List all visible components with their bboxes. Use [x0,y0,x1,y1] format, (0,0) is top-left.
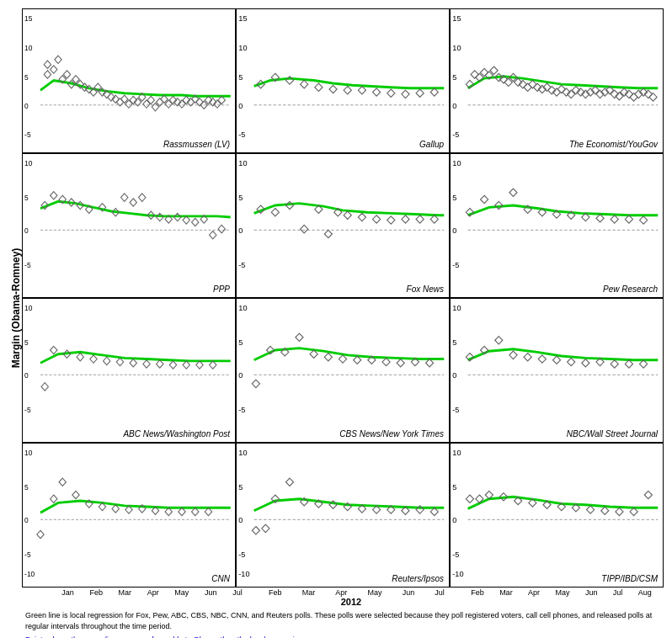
svg-text:0: 0 [452,226,456,235]
svg-marker-150 [373,215,381,223]
svg-marker-178 [41,383,48,391]
svg-text:5: 5 [238,73,243,82]
svg-text:5: 5 [452,73,456,82]
grid-row-4: 10 5 0 -5 -10 [22,443,664,587]
svg-text:-5: -5 [238,261,245,269]
svg-text:10: 10 [24,159,32,168]
x-tick: Feb [471,588,484,597]
footnote-above-text: Points above the green line are more fav… [25,635,664,639]
svg-marker-125 [130,199,136,206]
x-tick: May [368,588,382,597]
svg-marker-257 [285,478,293,486]
svg-marker-56 [301,80,308,88]
cell-label-fox: Fox News [407,284,444,294]
svg-text:0: 0 [24,102,29,111]
svg-text:15: 15 [452,14,461,23]
svg-text:10: 10 [452,159,461,167]
footnote-above-rest: the green line are more favorable to Oba… [72,635,306,639]
svg-marker-85 [529,80,536,88]
svg-marker-60 [358,86,365,93]
chart-area: Margin (Obama-Romney) 15 10 5 0 -5 [8,8,664,607]
svg-marker-255 [262,524,269,532]
svg-marker-220 [538,355,546,363]
svg-marker-58 [329,85,337,93]
svg-text:5: 5 [238,338,243,347]
cell-fox: 10 5 0 -5 [236,153,450,298]
svg-marker-254 [252,527,259,534]
chart-rassmussen: 15 10 5 0 -5 [23,9,235,152]
svg-text:5: 5 [24,194,29,203]
svg-marker-91 [557,85,565,93]
cell-reuters: 10 5 0 -5 -10 [236,443,450,587]
svg-marker-181 [77,354,83,361]
chart-cbs: 10 5 0 -5 [237,299,449,442]
svg-marker-182 [90,355,97,363]
chart-abc: 10 5 0 -5 [23,299,235,442]
main-container: Margin (Obama-Romney) 15 10 5 0 -5 [0,0,672,638]
svg-marker-57 [315,83,323,91]
svg-text:10: 10 [24,449,32,458]
cell-label-abc: ABC News/Washington Post [123,429,230,439]
svg-text:15: 15 [238,14,247,23]
svg-text:-5: -5 [452,406,459,414]
svg-text:0: 0 [24,516,29,525]
cell-label-tipp: TIPP/IBD/CSM [601,574,658,583]
svg-marker-63 [402,90,409,98]
svg-marker-149 [358,213,365,221]
svg-text:5: 5 [24,73,29,82]
svg-marker-287 [644,492,652,499]
svg-marker-274 [466,495,473,502]
x-tick: Jul [435,588,445,597]
cell-gallup: 15 10 5 0 -5 [236,8,450,153]
cell-rassmussen: 15 10 5 0 -5 [22,8,236,153]
svg-marker-217 [495,337,503,344]
svg-marker-154 [430,215,438,223]
x-tick: Feb [269,588,282,597]
cell-label-economist: The Economist/YouGov [569,140,658,149]
svg-marker-142 [271,209,279,216]
svg-marker-73 [471,71,478,78]
svg-text:-5: -5 [452,130,459,139]
svg-text:-5: -5 [24,550,31,560]
svg-marker-59 [344,86,351,93]
svg-text:0: 0 [452,516,456,524]
svg-marker-183 [104,357,110,364]
x-axis-row: Jan Feb Mar Apr May Jun Jul Feb Mar Apr … [37,587,664,597]
cell-tipp: 10 5 0 -5 -10 [450,443,664,587]
svg-marker-218 [509,351,517,359]
svg-text:10: 10 [24,304,32,313]
svg-marker-223 [582,359,589,367]
svg-marker-144 [301,226,308,233]
svg-marker-187 [157,360,163,368]
chart-economist: 15 10 5 0 -5 [451,9,663,152]
svg-marker-151 [387,216,395,224]
svg-text:10: 10 [238,304,247,312]
svg-marker-152 [402,215,409,223]
svg-marker-172 [640,216,648,224]
x-tick: May [174,588,189,597]
x-tick: Jun [585,588,598,597]
svg-marker-170 [611,215,618,223]
svg-text:-10: -10 [24,570,35,579]
cell-label-cbs: CBS News/New York Times [339,429,444,439]
svg-marker-186 [143,360,150,368]
svg-marker-117 [51,192,57,199]
svg-text:5: 5 [452,194,456,202]
svg-marker-188 [169,361,176,369]
svg-marker-61 [373,88,381,96]
svg-text:10: 10 [24,44,32,53]
svg-text:10: 10 [238,159,247,167]
chart-tipp: 10 5 0 -5 -10 [451,444,663,587]
chart-nbc: 10 5 0 -5 [451,299,663,442]
svg-text:0: 0 [238,102,243,110]
svg-text:10: 10 [238,44,247,52]
x-axis-cell-3: Feb Mar Apr May Jun Jul Aug [459,587,664,597]
svg-text:-10: -10 [452,570,463,578]
year-label: 2012 [39,597,664,607]
svg-marker-64 [416,89,424,97]
chart-reuters: 10 5 0 -5 -10 [237,444,449,587]
x-axis-cell-2: Feb Mar Apr May Jun Jul [254,587,459,597]
svg-text:0: 0 [238,516,243,524]
cell-label-cnn: CNN [211,574,230,583]
svg-marker-84 [524,83,531,91]
